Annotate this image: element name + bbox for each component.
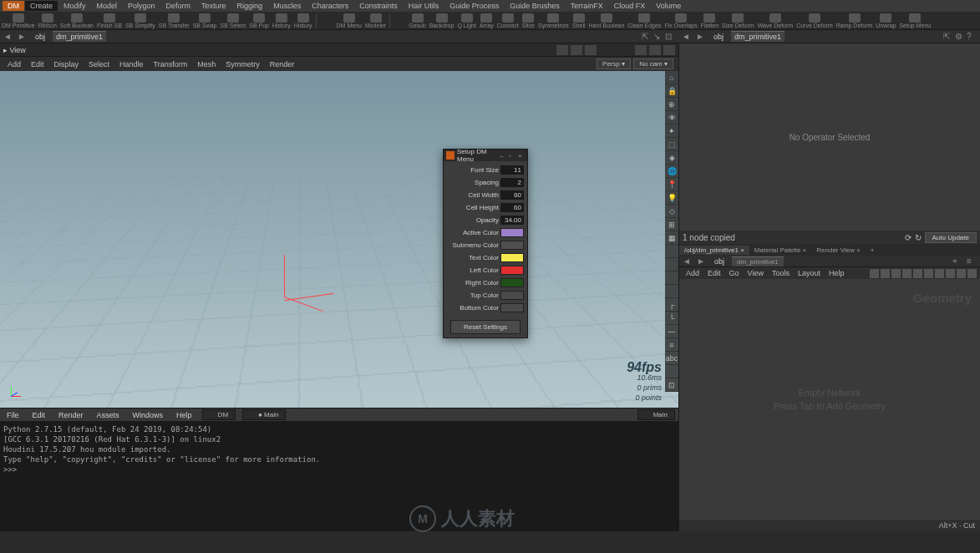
tool-sb-select[interactable]: SB Select (218, 13, 247, 28)
display-option-icon[interactable] (665, 271, 678, 285)
display-option-icon[interactable]: ⬚ (665, 138, 678, 151)
tool-unwrap[interactable]: Unwrap (874, 13, 897, 28)
tool-size-deform[interactable]: Size Deform (720, 13, 756, 28)
menu-characters[interactable]: Characters (307, 1, 353, 11)
find-icon[interactable]: ⊡ (665, 32, 675, 42)
display-option-icon[interactable]: ▦ (665, 231, 678, 245)
refresh-icon[interactable]: ⟳ (905, 233, 911, 242)
breadcrumb-node[interactable]: dm_primitive1 (53, 31, 106, 42)
network-tool-icon[interactable] (870, 269, 879, 278)
display-option-icon[interactable]: ┌ (665, 298, 678, 312)
left-color-swatch[interactable] (500, 266, 524, 275)
net-menu-view[interactable]: View (744, 268, 767, 278)
network-tool-icon[interactable] (913, 269, 922, 278)
display-option-icon[interactable]: 📍 (665, 178, 678, 191)
display-option-icon[interactable]: 💡 (665, 191, 678, 205)
app-menu-file[interactable]: File (3, 410, 23, 420)
dm-dropdown[interactable]: DM (202, 409, 236, 420)
menu-volume[interactable]: Volume (651, 1, 686, 11)
active-color-swatch[interactable] (500, 228, 524, 237)
tool-sb-pop[interactable]: SB Pop (247, 13, 271, 28)
close-icon[interactable]: × (518, 152, 525, 159)
top-color-swatch[interactable] (500, 291, 524, 300)
network-tool-icon[interactable] (902, 269, 911, 278)
tool-connect[interactable]: Connect (495, 13, 520, 28)
vp-menu-symmetry[interactable]: Symmetry (221, 58, 264, 70)
tool-fix-overlaps[interactable]: Fix Overlaps (663, 13, 698, 28)
vp-menu-mesh[interactable]: Mesh (193, 58, 220, 70)
tool-setup-menu[interactable]: Setup Menu (897, 13, 932, 28)
display-option-icon[interactable]: ◈ (665, 151, 678, 165)
net-menu-layout[interactable]: Layout (795, 268, 824, 278)
maximize-icon[interactable]: ▫ (509, 152, 515, 159)
network-canvas[interactable]: Geometry Empty Network Press Tab to Add … (679, 279, 980, 520)
display-option-icon[interactable] (665, 285, 678, 298)
gear-icon[interactable]: ⚙ (955, 32, 965, 42)
help-icon[interactable] (663, 45, 675, 55)
net-menu-edit[interactable]: Edit (704, 268, 724, 278)
app-menu-edit[interactable]: Edit (29, 410, 49, 420)
layout-icon[interactable] (635, 45, 647, 55)
gear-icon[interactable] (649, 45, 661, 55)
opacity-input[interactable] (500, 216, 524, 225)
tool-q-light[interactable]: Q Light (455, 13, 478, 28)
tool-dm-primitive[interactable]: DM Primitive (0, 13, 37, 28)
cell-width-input[interactable] (500, 190, 524, 200)
nav-fwd-icon[interactable]: ► (18, 32, 28, 42)
app-menu-windows[interactable]: Windows (129, 410, 167, 420)
breadcrumb-obj[interactable]: obj (710, 32, 727, 42)
spacing-input[interactable] (500, 178, 524, 187)
net-menu-help[interactable]: Help (825, 268, 848, 278)
tool-sb-swap[interactable]: SB Swap (191, 13, 219, 28)
breadcrumb-node[interactable]: dm_primitive1 (732, 256, 784, 266)
menu-dm[interactable]: DM (3, 1, 24, 11)
vp-menu-display[interactable]: Display (50, 58, 84, 70)
handle-tool-icon[interactable] (556, 45, 568, 55)
display-option-icon[interactable]: ◇ (665, 205, 678, 218)
tool-dm-menu[interactable]: DM Menu (335, 13, 363, 28)
breadcrumb-obj[interactable]: obj (711, 256, 728, 266)
take-dropdown[interactable]: Main (637, 409, 675, 420)
handle-tool-icon[interactable] (585, 45, 597, 55)
net-menu-tools[interactable]: Tools (769, 268, 793, 278)
app-menu-help[interactable]: Help (173, 410, 195, 420)
tool-backdrop[interactable]: Backdrop (428, 13, 456, 28)
dialog-titlebar[interactable]: Setup DM Menu – ▫ × (444, 150, 527, 161)
tool-gesub[interactable]: Gesub (407, 13, 428, 28)
pin-icon[interactable]: ⇱ (943, 32, 953, 42)
network-tool-icon[interactable] (946, 269, 955, 278)
display-option-icon[interactable]: abc (665, 352, 678, 365)
display-option-icon[interactable]: ⊡ (665, 378, 678, 392)
tool-shell[interactable]: Shell (571, 13, 587, 28)
tool-sb-transfer[interactable]: SB Transfer (157, 13, 191, 28)
camera-dropdown[interactable]: No cam ▾ (633, 58, 673, 69)
display-option-icon[interactable]: ✦ (665, 124, 678, 138)
persp-dropdown[interactable]: Persp ▾ (597, 58, 631, 69)
menu-hair-utils[interactable]: Hair Utils (404, 1, 444, 11)
net-menu-go[interactable]: Go (726, 268, 743, 278)
display-option-icon[interactable] (665, 258, 678, 271)
cell-height-input[interactable] (500, 203, 524, 212)
font-size-input[interactable] (500, 165, 524, 175)
display-option-icon[interactable]: └ (665, 312, 678, 325)
network-tool-icon[interactable] (935, 269, 944, 278)
tool-array[interactable]: Array (478, 13, 495, 28)
menu-guide-process[interactable]: Guide Process (444, 1, 504, 11)
right-color-swatch[interactable] (500, 278, 524, 287)
network-tool-icon[interactable] (881, 269, 890, 278)
tool-flatten[interactable]: Flatten (699, 13, 720, 28)
add-tab-icon[interactable]: + (866, 246, 880, 255)
network-tab[interactable]: Material Palette × (749, 246, 811, 255)
tool-soft-boolean[interactable]: Soft Boolean (58, 13, 95, 28)
vp-menu-select[interactable]: Select (84, 58, 114, 70)
menu-modify[interactable]: Modify (58, 1, 91, 11)
menu-create[interactable]: Create (25, 1, 58, 11)
nav-back-icon[interactable]: ◄ (683, 256, 693, 266)
network-tool-icon[interactable] (891, 269, 901, 278)
network-tab[interactable]: /obj/dm_primitive1 × (679, 246, 749, 255)
display-option-icon[interactable]: 🔒 (665, 84, 678, 98)
display-option-icon[interactable] (665, 245, 678, 258)
add-tab-icon[interactable]: + (952, 256, 962, 266)
tool-symmetrize[interactable]: Symmetrize (536, 13, 571, 28)
minimize-icon[interactable]: – (500, 152, 506, 159)
